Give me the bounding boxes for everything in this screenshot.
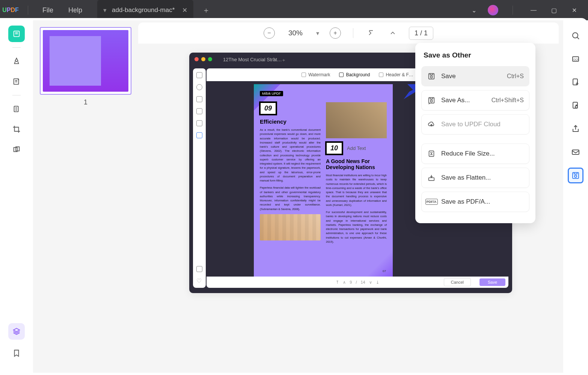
photo — [260, 214, 321, 240]
traffic-lights — [194, 57, 212, 61]
edit-icon: ✎ — [273, 57, 276, 62]
tab-watermark[interactable]: Watermark — [302, 72, 330, 77]
heading-efficiency: Efficiency — [260, 118, 321, 125]
tab-title: add-background-mac* — [112, 6, 175, 14]
search-icon[interactable] — [568, 28, 583, 44]
reader-mode-button[interactable] — [8, 26, 25, 42]
pdfa-icon: PDF/A — [427, 197, 436, 206]
body-text: As a result, the bank's conventional doc… — [260, 128, 321, 183]
photo — [326, 102, 387, 138]
svg-point-19 — [574, 175, 577, 177]
protect-icon[interactable] — [568, 98, 583, 113]
tab-header-footer[interactable]: Header & F… — [379, 72, 413, 77]
zoom-value: 30% — [285, 29, 306, 37]
compress-icon — [427, 149, 436, 158]
crop-button[interactable] — [8, 121, 25, 138]
save-pdfa-option[interactable]: PDF/A Save as PDF/A... — [421, 192, 529, 212]
page-thumbnail[interactable] — [40, 27, 131, 95]
inner-left-rail: ♡ — [193, 68, 206, 288]
close-icon[interactable]: ✕ — [568, 4, 580, 17]
email-icon[interactable] — [568, 144, 583, 160]
document-tab[interactable]: ▾ add-background-mac* ✕ — [97, 0, 193, 20]
section-number: 10 — [326, 142, 342, 154]
titlebar: UPDF File Help ▾ add-background-mac* ✕ ＋… — [0, 0, 588, 20]
zoom-out-button[interactable]: − — [264, 27, 275, 39]
save-to-cloud-option[interactable]: Save to UPDF Cloud — [421, 114, 529, 135]
page-nav[interactable]: ⤒∧ 9 / 14 ∨⤓ — [336, 280, 379, 285]
svg-text:OCR: OCR — [573, 58, 579, 61]
edit-text-button[interactable] — [8, 73, 25, 90]
thumbnail-number: 1 — [40, 98, 131, 106]
page-input[interactable]: 1 / 1 — [409, 27, 433, 40]
menu-help[interactable]: Help — [61, 6, 90, 14]
bookmark-button[interactable] — [8, 345, 25, 361]
inner-save-button[interactable]: Save — [479, 278, 505, 286]
body-text: For successful development and sustainab… — [326, 210, 387, 244]
svg-rect-17 — [572, 150, 579, 154]
save-option[interactable]: SaveCtrl+S — [421, 66, 529, 86]
svg-point-8 — [430, 100, 433, 102]
svg-point-11 — [573, 33, 578, 38]
share-icon[interactable] — [568, 121, 583, 137]
save-as-other-panel: Save as Other SaveCtrl+S Save As...Ctrl+… — [415, 43, 535, 223]
add-text-placeholder[interactable]: Add Text — [347, 145, 366, 151]
app-logo: UPDF — [0, 7, 21, 14]
ocr-icon[interactable]: OCR — [568, 51, 583, 67]
avatar[interactable] — [488, 5, 498, 15]
tab-background[interactable]: Background — [339, 72, 370, 77]
svg-rect-16 — [575, 106, 577, 108]
save-as-icon — [427, 96, 436, 105]
svg-rect-10 — [429, 178, 434, 180]
page-number: 07 — [383, 269, 386, 273]
right-rail: OCR — [563, 20, 588, 373]
divider — [513, 6, 513, 15]
cloud-icon — [427, 120, 436, 129]
highlight-button[interactable] — [8, 53, 25, 70]
main-area: − 30% ▾ + 1 / 1 12The Most Crucial Strat… — [138, 20, 563, 373]
chevron-down-icon[interactable]: ⌄ — [467, 4, 480, 17]
maximize-icon[interactable]: ▢ — [547, 4, 560, 17]
plus-icon: ＋ — [281, 57, 286, 64]
save-flatten-option[interactable]: Save as Flatten... — [421, 168, 529, 188]
first-page-icon[interactable] — [365, 27, 377, 39]
zoom-in-button[interactable]: + — [330, 27, 341, 39]
flatten-icon — [427, 173, 436, 182]
divider — [28, 6, 28, 15]
body-text: Most financial institutions are willing … — [326, 173, 387, 207]
convert-icon[interactable] — [568, 74, 583, 90]
document-page: Milbik UPDF 09 Efficiency As a result, t… — [254, 84, 393, 277]
left-rail — [0, 20, 33, 373]
save-icon — [427, 72, 436, 81]
section-number: 09 — [260, 102, 276, 115]
save-other-icon[interactable] — [568, 168, 583, 183]
reduce-file-size-option[interactable]: Reduce File Size... — [421, 144, 529, 164]
prev-page-icon[interactable] — [387, 27, 398, 39]
thumbnail-panel: 1 — [33, 20, 138, 373]
inner-cancel-button[interactable]: Cancel — [444, 278, 471, 286]
svg-point-6 — [430, 76, 433, 78]
menu-file[interactable]: File — [35, 6, 61, 14]
layers-button[interactable] — [8, 323, 25, 340]
close-tab-icon[interactable]: ✕ — [182, 6, 187, 14]
minimize-icon[interactable]: — — [527, 4, 540, 17]
chevron-down-icon: ▾ — [103, 6, 107, 14]
page-brand: Milbik UPDF — [260, 91, 283, 96]
body-text: Paperless financial data will lighten th… — [260, 186, 321, 211]
panel-title: Save as Other — [424, 51, 529, 59]
zoom-dropdown[interactable]: ▾ — [316, 30, 319, 37]
save-as-option[interactable]: Save As...Ctrl+Shift+S — [421, 90, 529, 110]
page-organize-button[interactable] — [8, 101, 25, 117]
top-toolbar: − 30% ▾ + 1 / 1 — [138, 23, 559, 44]
heading-good-news: A Good News For Developing Nations — [326, 158, 387, 170]
new-tab-button[interactable]: ＋ — [202, 5, 210, 15]
inner-footer: ⤒∧ 9 / 14 ∨⤓ Cancel Save — [207, 277, 508, 288]
compare-button[interactable] — [8, 141, 25, 158]
